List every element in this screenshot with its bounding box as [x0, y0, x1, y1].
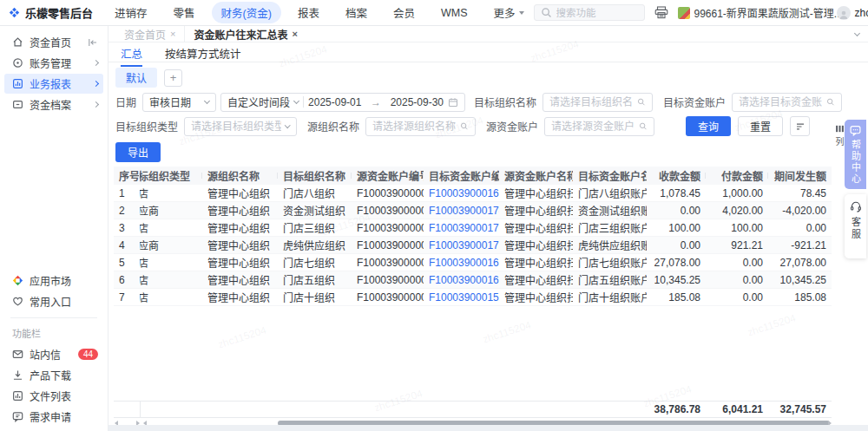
customer-service-button[interactable]: 客服: [845, 194, 866, 258]
sidebar-item-0[interactable]: 资金首页: [4, 32, 103, 52]
table-cell: 1,078.45: [647, 187, 706, 199]
query-button[interactable]: 查询: [686, 116, 731, 136]
source-org-name-input[interactable]: [365, 117, 476, 136]
sidebar-section-label: 功能栏: [0, 324, 108, 343]
date-range-picker[interactable]: 自定义时间段 2025-09-01 → 2025-09-30: [220, 93, 465, 112]
column-settings-button[interactable]: 列: [835, 124, 845, 147]
table-cell: 78.45: [768, 187, 832, 199]
table-row[interactable]: 4供应商管理中心组织虎纯供应组织F100039000001F1000390001…: [114, 237, 832, 254]
table-cell: 门店: [140, 186, 202, 200]
table-cell: 管理中心组织: [202, 290, 278, 304]
date-end-value[interactable]: 2025-09-30: [391, 96, 444, 108]
account-number-link[interactable]: F100039000168: [429, 187, 499, 199]
nav-item-label: 零售: [174, 4, 195, 21]
subtab-by-settlement[interactable]: 按结算方式统计: [165, 45, 241, 65]
column-header: 付款金额: [706, 168, 768, 183]
collapse-sidebar-icon[interactable]: [88, 37, 98, 48]
sidebar-item-2[interactable]: 文件列表: [4, 386, 103, 406]
column-header: 期间发生额: [768, 168, 832, 183]
date-start-value[interactable]: 2025-09-01: [308, 96, 361, 108]
sidebar-item-0[interactable]: 站内信44: [4, 344, 103, 364]
add-preset-button[interactable]: +: [164, 69, 182, 87]
table-cell: F100039000001: [352, 205, 424, 217]
nav-item-0[interactable]: 进销存: [105, 2, 157, 23]
table-cell: 4,020.00: [706, 205, 768, 217]
target-org-type-select[interactable]: [184, 117, 297, 136]
table-cell: 管理中心组织: [202, 272, 278, 287]
table-cell: 管理中心组织: [202, 203, 278, 218]
account-number-link[interactable]: F100039000170: [429, 222, 499, 234]
target-account-no-cell: F100039000170: [424, 222, 499, 234]
mail-icon: [12, 349, 23, 360]
table-row[interactable]: 3门店管理中心组织门店三组织F100039000001F100039000170…: [114, 219, 832, 237]
printer-icon[interactable]: [654, 6, 668, 19]
table-cell: 2: [114, 205, 140, 217]
source-account-input[interactable]: [544, 117, 654, 136]
chat-bubble-icon: [850, 125, 861, 136]
target-account-input[interactable]: [732, 93, 842, 112]
subtab-summary[interactable]: 汇总: [121, 45, 142, 67]
tenant-switcher[interactable]: 99661-新界面果蔬版测试-管理...: [678, 5, 817, 20]
global-search[interactable]: [534, 4, 645, 21]
nav-item-label: 更多: [493, 4, 515, 21]
nav-item-4[interactable]: 档案: [336, 2, 377, 23]
account-number-link[interactable]: F100039000153: [429, 291, 499, 304]
table-row[interactable]: 5门店管理中心组织门店七组织F100039000001F100039000164…: [114, 254, 832, 271]
table-row[interactable]: 7门店管理中心组织门店十组织F100039000001F100039000153…: [114, 289, 832, 306]
sidebar-item-1[interactable]: 账务管理: [4, 53, 103, 73]
user-menu[interactable]: zhc11: [837, 6, 868, 20]
table-cell: F100039000001: [352, 291, 424, 304]
target-org-name-label: 目标组织名称: [474, 95, 536, 109]
table-cell: 3: [114, 222, 140, 234]
account-number-link[interactable]: F100039000161: [429, 274, 499, 286]
table-row[interactable]: 6门店管理中心组织门店五组织F100039000001F100039000161…: [114, 271, 832, 289]
sidebar-item-0[interactable]: 应用市场: [4, 271, 103, 291]
target-org-name-input[interactable]: [542, 93, 653, 112]
date-label: 日期: [115, 95, 136, 109]
sidebar-item-3[interactable]: 资金档案: [4, 95, 103, 114]
collapse-filter-button[interactable]: [790, 116, 810, 136]
sidebar-item-label: 应用市场: [30, 273, 98, 288]
topbar-divider: [826, 7, 827, 18]
account-number-link[interactable]: F100039000173: [429, 239, 499, 251]
table-cell: 10,345.25: [647, 274, 706, 286]
logo-icon: [9, 7, 20, 18]
sidebar-item-2[interactable]: 业务报表: [4, 74, 103, 94]
nav-item-3[interactable]: 报表: [288, 2, 329, 23]
sidebar-item-1[interactable]: 产品下载: [4, 365, 103, 385]
table-row[interactable]: 1门店管理中心组织门店八组织F100039000001F100039000168…: [114, 185, 832, 202]
table-row[interactable]: 2供应商管理中心组织资金测试组织F100039000001F1000390001…: [114, 202, 832, 219]
close-icon[interactable]: ×: [170, 29, 175, 39]
help-center-button[interactable]: 帮助中心: [845, 120, 866, 189]
sidebar-item-3[interactable]: 需求申请: [4, 407, 103, 427]
export-button[interactable]: 导出: [115, 142, 161, 162]
close-icon[interactable]: ×: [292, 29, 297, 39]
date-type-select[interactable]: 审核日期: [142, 93, 216, 112]
nav-item-5[interactable]: 会员: [384, 2, 424, 23]
top-navigation: 进销存零售财务(资金)报表档案会员WMS更多: [105, 2, 533, 23]
nav-item-6[interactable]: WMS: [431, 4, 477, 22]
table-cell: 921.21: [706, 239, 768, 251]
filter-preset-default[interactable]: 默认: [115, 68, 157, 88]
reset-button[interactable]: 重置: [738, 116, 783, 136]
tenant-name: 99661-新界面果蔬版测试-管理...: [694, 5, 843, 20]
report-icon: [12, 78, 23, 89]
table-cell: 0.00: [706, 291, 768, 304]
totals-cell: 32,745.57: [768, 403, 832, 415]
tab-account-summary[interactable]: 资金账户往来汇总表 ×: [185, 26, 306, 42]
account-number-link[interactable]: F100039000164: [429, 257, 499, 269]
sidebar-item-1[interactable]: 常用入口: [4, 291, 103, 311]
tab-list-chevron-icon[interactable]: [854, 29, 860, 36]
nav-item-1[interactable]: 零售: [164, 2, 205, 23]
topbar: 乐檬零售后台 进销存零售财务(资金)报表档案会员WMS更多 99661-新界面果…: [0, 0, 868, 26]
sidebar-main-menu: 资金首页账务管理业务报表资金档案: [0, 31, 108, 115]
sidebar-quick-menu: 应用市场常用入口: [0, 271, 108, 311]
account-number-link[interactable]: F100039000174: [429, 205, 499, 217]
nav-item-7[interactable]: 更多: [483, 2, 533, 23]
search-input[interactable]: [556, 8, 635, 18]
nav-item-2[interactable]: 财务(资金): [212, 2, 281, 23]
column-header: 目标组织名称: [278, 168, 352, 183]
table-cell: 管理中心组织: [202, 255, 278, 270]
chevron-down-icon: [519, 11, 524, 15]
tab-funds-home[interactable]: 资金首页 ×: [115, 26, 185, 42]
